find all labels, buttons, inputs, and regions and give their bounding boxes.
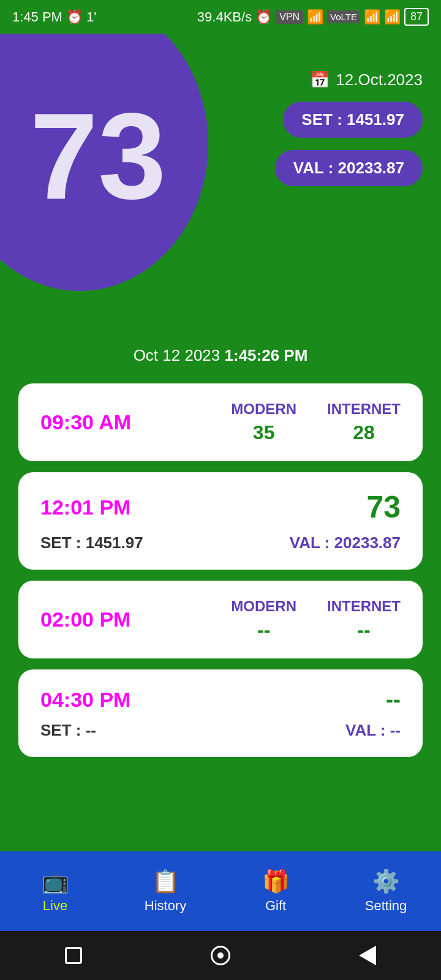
card-1201: 12:01 PM 73 SET : 1451.97 VAL : 20233.87 [18, 472, 423, 570]
bottom-nav: 📺 Live 📋 History 🎁 Gift ⚙️ Setting [0, 851, 441, 931]
card-0200-time: 02:00 PM [40, 608, 151, 631]
status-left: 1:45 PM ⏰ 1' [12, 9, 96, 25]
hero-circle: 73 [0, 34, 208, 291]
nav-live-label: Live [43, 898, 67, 914]
nav-setting[interactable]: ⚙️ Setting [346, 869, 426, 914]
card-0930-time: 09:30 AM [40, 410, 151, 434]
card-0200: 02:00 PM MODERN -- INTERNET -- [18, 581, 423, 658]
card-0930: 09:30 AM MODERN 35 INTERNET 28 [18, 383, 423, 461]
nav-history-label: History [145, 898, 186, 914]
hero-val-badge: VAL : 20233.87 [275, 150, 423, 186]
signal-icon: 📶 [307, 9, 323, 25]
card-0200-right: MODERN -- INTERNET -- [151, 598, 401, 641]
card-1201-val: VAL : 20233.87 [290, 533, 401, 552]
card-0430-bottom: SET : -- VAL : -- [40, 721, 401, 740]
hero-section: 73 📅 12.Oct.2023 SET : 1451.97 VAL : 202… [0, 34, 441, 328]
gift-icon: 🎁 [262, 869, 290, 894]
hero-set-badge: SET : 1451.97 [283, 102, 423, 138]
hero-date: 12.Oct.2023 [336, 70, 423, 89]
internet-label: INTERNET [327, 401, 401, 418]
nav-history[interactable]: 📋 History [126, 869, 205, 914]
card-1201-time: 12:01 PM [40, 496, 151, 519]
card-1201-bottom: SET : 1451.97 VAL : 20233.87 [40, 533, 401, 552]
card-0430-top: 04:30 PM -- [40, 687, 401, 712]
status-right: 39.4KB/s ⏰ VPN 📶 VoLTE 📶 📶 87 [197, 8, 429, 26]
card-0430-dash: -- [386, 687, 401, 712]
hero-number: 73 [30, 86, 166, 227]
nav-gift-label: Gift [265, 898, 286, 914]
datetime-row: Oct 12 2023 1:45:26 PM [0, 328, 441, 377]
back-button[interactable] [352, 940, 383, 971]
internet-value: 28 [353, 421, 375, 444]
battery-icon: 87 [404, 8, 429, 26]
nav-setting-label: Setting [365, 898, 407, 914]
back-arrow-icon [359, 946, 376, 965]
card-0430: 04:30 PM -- SET : -- VAL : -- [18, 669, 423, 757]
vpn-badge: VPN [276, 10, 303, 24]
current-time: 1:45:26 PM [225, 346, 308, 364]
nav-gift[interactable]: 🎁 Gift [236, 869, 315, 914]
card-0930-modern: MODERN 35 [231, 401, 296, 444]
status-time: 1:45 PM [12, 9, 62, 25]
circle-icon [211, 946, 230, 965]
alarm-icon: ⏰ [255, 9, 272, 25]
card-0430-val: VAL : -- [345, 721, 401, 740]
square-icon [65, 947, 82, 964]
modern2-label: MODERN [231, 598, 296, 615]
setting-icon: ⚙️ [372, 869, 400, 894]
clock-icon: ⏰ [66, 9, 83, 25]
nav-live[interactable]: 📺 Live [15, 869, 95, 914]
recents-button[interactable] [58, 940, 89, 971]
status-indicator: 1' [86, 9, 96, 25]
status-bar: 1:45 PM ⏰ 1' 39.4KB/s ⏰ VPN 📶 VoLTE 📶 📶 … [0, 0, 441, 34]
history-icon: 📋 [152, 869, 179, 894]
volte-badge: VoLTE [327, 10, 360, 23]
card-0200-internet: INTERNET -- [327, 598, 401, 641]
speed-indicator: 39.4KB/s [197, 9, 252, 25]
card-0200-modern: MODERN -- [231, 598, 296, 641]
modern2-value: -- [257, 619, 270, 641]
signal2-icon: 📶 [364, 9, 380, 25]
live-icon: 📺 [42, 869, 69, 894]
cards-area: 09:30 AM MODERN 35 INTERNET 28 12:01 PM … [0, 377, 441, 810]
card-1201-set: SET : 1451.97 [40, 533, 143, 552]
current-date: Oct 12 2023 [134, 346, 221, 364]
card-0930-right: MODERN 35 INTERNET 28 [151, 401, 401, 444]
card-0930-internet: INTERNET 28 [327, 401, 401, 444]
internet2-value: -- [357, 619, 370, 641]
card-1201-top: 12:01 PM 73 [40, 489, 401, 525]
hero-date-row: 📅 12.Oct.2023 [310, 70, 423, 89]
calendar-icon: 📅 [310, 70, 330, 89]
hero-info: 📅 12.Oct.2023 SET : 1451.97 VAL : 20233.… [275, 70, 423, 186]
home-button[interactable] [205, 940, 236, 971]
modern-value: 35 [253, 421, 275, 444]
card-0430-set: SET : -- [40, 721, 96, 740]
system-nav-bar [0, 931, 441, 980]
internet2-label: INTERNET [327, 598, 401, 615]
card-0430-time: 04:30 PM [40, 688, 151, 712]
modern-label: MODERN [231, 401, 296, 418]
card-1201-number: 73 [366, 489, 401, 525]
wifi-icon: 📶 [384, 9, 401, 25]
